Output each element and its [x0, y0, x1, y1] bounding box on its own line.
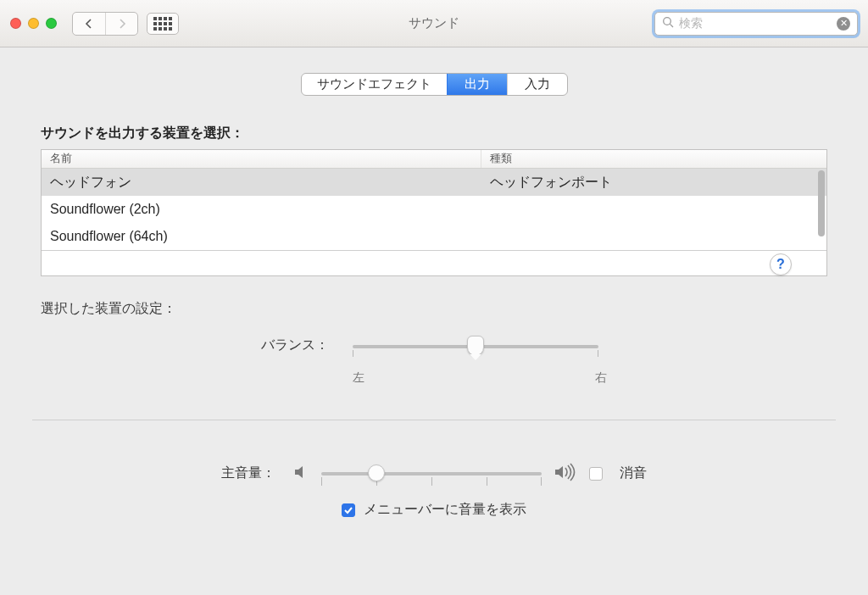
tab-output[interactable]: 出力 [447, 74, 507, 95]
close-icon[interactable] [10, 18, 21, 29]
master-volume-label: 主音量： [221, 464, 275, 482]
device-settings-label: 選択した装置の設定： [41, 300, 827, 318]
clear-search-icon[interactable]: ✕ [837, 17, 850, 31]
slider-tick [487, 477, 487, 486]
help-button[interactable]: ? [770, 253, 792, 275]
table-row[interactable]: ヘッドフォン ヘッドフォンポート [42, 169, 826, 196]
mute-checkbox[interactable] [589, 467, 603, 481]
output-panel: サウンドを出力する装置を選択： 名前 種類 ヘッドフォン ヘッドフォンポート S… [41, 125, 827, 420]
slider-tick [353, 350, 353, 357]
master-volume-slider[interactable] [321, 465, 542, 482]
search-placeholder: 検索 [679, 16, 837, 31]
back-button[interactable] [73, 13, 105, 35]
zoom-icon[interactable] [46, 18, 57, 29]
slider-knob[interactable] [368, 464, 385, 481]
slider-tick [598, 350, 598, 357]
svg-line-1 [670, 24, 673, 27]
column-name[interactable]: 名前 [42, 150, 481, 168]
balance-label: バランス： [261, 336, 329, 354]
speaker-low-icon [292, 464, 309, 483]
device-table: 名前 種類 ヘッドフォン ヘッドフォンポート Soundflower (2ch)… [41, 149, 827, 276]
slider-tick [321, 477, 322, 486]
speaker-high-icon [554, 463, 577, 484]
search-input[interactable]: 検索 ✕ [654, 12, 858, 36]
column-type[interactable]: 種類 [481, 150, 826, 168]
select-device-label: サウンドを出力する装置を選択： [41, 125, 827, 142]
scroll-thumb[interactable] [818, 170, 825, 236]
grid-icon [153, 17, 172, 31]
mute-label: 消音 [620, 464, 647, 482]
balance-left-label: 左 [353, 370, 364, 386]
slider-track [321, 472, 542, 475]
device-name: Soundflower (64ch) [42, 229, 481, 244]
table-header: 名前 種類 [42, 150, 826, 169]
show-all-button[interactable] [147, 13, 179, 35]
scrollbar[interactable] [818, 170, 825, 267]
footer: 主音量： 消音 メニューバーに音量を表示 [41, 437, 827, 519]
minimize-icon[interactable] [28, 18, 39, 29]
slider-tick [431, 477, 432, 486]
device-name: ヘッドフォン [42, 174, 481, 192]
nav-buttons [72, 12, 138, 36]
content: サウンドエフェクト 出力 入力 サウンドを出力する装置を選択： 名前 種類 ヘッ… [0, 47, 868, 519]
table-row[interactable] [42, 250, 826, 275]
search-icon [662, 16, 674, 31]
table-row[interactable]: Soundflower (2ch) [42, 196, 826, 223]
window-controls [10, 18, 57, 29]
window-title: サウンド [409, 15, 459, 31]
svg-point-0 [664, 18, 671, 25]
tab-sound-effects[interactable]: サウンドエフェクト [302, 74, 447, 95]
show-in-menubar-label: メニューバーに音量を表示 [364, 501, 526, 519]
device-type: ヘッドフォンポート [481, 174, 620, 192]
show-in-menubar-checkbox[interactable] [342, 503, 355, 517]
titlebar: サウンド 検索 ✕ [0, 0, 868, 47]
table-row[interactable]: Soundflower (64ch) [42, 223, 826, 250]
slider-tick [541, 477, 542, 486]
forward-button[interactable] [105, 13, 137, 35]
balance-right-label: 右 [595, 370, 607, 386]
table-body: ヘッドフォン ヘッドフォンポート Soundflower (2ch) Sound… [42, 169, 826, 275]
tab-bar: サウンドエフェクト 出力 入力 [301, 73, 568, 96]
slider-knob[interactable] [467, 336, 484, 356]
tab-input[interactable]: 入力 [507, 74, 567, 95]
balance-slider[interactable] [353, 338, 598, 355]
device-name: Soundflower (2ch) [42, 202, 481, 217]
